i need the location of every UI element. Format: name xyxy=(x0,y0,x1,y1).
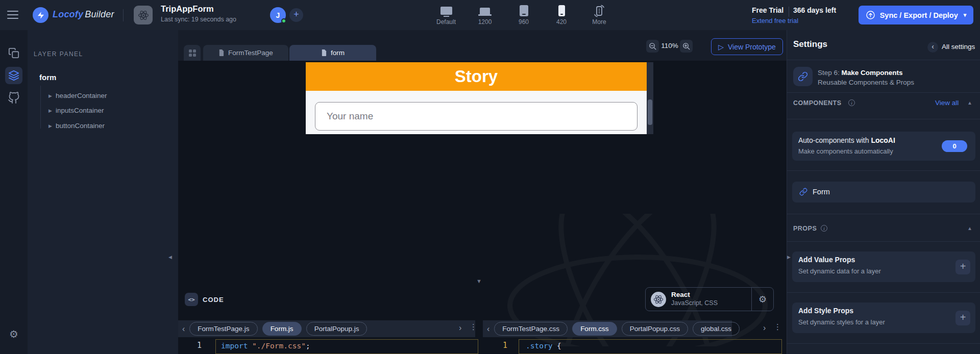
more-options-icon[interactable]: ⋮ xyxy=(774,322,781,332)
info-icon[interactable]: i xyxy=(821,225,827,232)
zoom-in-button[interactable] xyxy=(680,40,693,53)
hamburger-menu-icon[interactable] xyxy=(7,11,18,19)
js-line-number: 1 xyxy=(197,341,202,350)
view-all-link[interactable]: View all xyxy=(935,99,959,107)
tab-formtestpage[interactable]: FormTestPage xyxy=(203,45,288,61)
layer-root-form[interactable]: form xyxy=(39,73,56,82)
divider xyxy=(787,60,980,60)
invite-user-button[interactable]: + xyxy=(289,8,303,22)
zoom-out-button[interactable] xyxy=(646,40,659,53)
react-app-icon xyxy=(134,6,153,24)
collapse-code-panel-icon[interactable]: ▼ xyxy=(476,278,482,284)
tab-form[interactable]: form xyxy=(289,45,376,61)
form-header: Story xyxy=(306,62,647,91)
layer-item-header-container[interactable]: ▶headerContainer xyxy=(48,92,107,99)
framework-selector[interactable]: React JavaScript, CSS ⚙ xyxy=(645,287,774,311)
canvas-tab-band: FormTestPage form 110% ▷ View Prototype xyxy=(178,30,787,61)
component-item-form[interactable]: Form xyxy=(792,182,975,203)
expand-triangle-icon[interactable]: ▶ xyxy=(48,108,52,113)
tab-form-js[interactable]: Form.js xyxy=(262,322,302,336)
settings-title: Settings xyxy=(793,39,827,49)
chevron-left-icon[interactable]: ‹ xyxy=(182,324,185,334)
tab-portalpopup-css[interactable]: PortalPopup.css xyxy=(622,322,688,336)
phone-icon xyxy=(558,5,565,16)
all-settings-link[interactable]: All settings xyxy=(942,43,975,50)
expand-triangle-icon[interactable]: ▶ xyxy=(48,93,52,98)
info-icon[interactable]: i xyxy=(848,99,855,106)
viewport-more-button[interactable]: More xyxy=(583,4,616,26)
layer-item-inputs-container[interactable]: ▶inputsContainer xyxy=(48,107,104,114)
tablet-icon xyxy=(520,5,528,16)
add-value-props-card[interactable]: Add Value Props Set dynamic data for a l… xyxy=(792,251,975,282)
zoom-level: 110% xyxy=(660,42,679,49)
sync-export-deploy-button[interactable]: Sync / Export / Deploy ▾ xyxy=(859,6,973,24)
upload-circle-icon xyxy=(866,10,875,20)
pages-icon[interactable] xyxy=(8,47,19,59)
value-props-title: Add Value Props xyxy=(798,256,855,264)
view-prototype-button[interactable]: ▷ View Prototype xyxy=(711,38,783,55)
tab-form-css[interactable]: Form.css xyxy=(572,322,617,336)
component-name: Form xyxy=(813,182,830,203)
extend-trial-link[interactable]: Extend free trial xyxy=(752,17,798,24)
lightning-bolt-icon xyxy=(37,11,45,19)
js-code-line[interactable]: import "./Form.css"; xyxy=(221,342,310,350)
add-value-prop-button[interactable]: + xyxy=(955,260,970,274)
props-section-header: PROPS xyxy=(793,225,817,232)
days-left-label: 366 days left xyxy=(793,6,836,14)
collapse-settings-panel-icon[interactable]: ▶ xyxy=(787,255,791,260)
react-framework-icon xyxy=(651,292,666,307)
style-props-subtitle: Set dynamic styles for a layer xyxy=(798,318,885,326)
expand-triangle-icon[interactable]: ▶ xyxy=(48,123,52,129)
tab-portalpopup-js[interactable]: PortalPopup.js xyxy=(306,322,368,336)
layer-panel: LAYER PANEL form ▶headerContainer ▶input… xyxy=(28,30,178,354)
grid-view-tab[interactable] xyxy=(184,45,201,61)
tab-formtestpage-js[interactable]: FormTestPage.js xyxy=(189,322,257,336)
layer-item-button-container[interactable]: ▶buttonContainer xyxy=(48,122,105,130)
settings-panel: Settings ‹ All settings Step 6: Make Com… xyxy=(787,30,980,354)
tab-formtestpage-css[interactable]: FormTestPage.css xyxy=(494,322,568,336)
style-props-title: Add Style Props xyxy=(798,307,853,315)
file-icon xyxy=(218,49,224,56)
viewport-label: 420 xyxy=(545,18,578,26)
css-code-line[interactable]: .story { xyxy=(526,342,561,350)
gear-icon[interactable]: ⚙ xyxy=(8,328,19,340)
play-icon: ▷ xyxy=(718,43,724,51)
add-style-props-card[interactable]: Add Style Props Set dynamic styles for a… xyxy=(792,302,975,333)
github-icon[interactable] xyxy=(8,92,20,104)
locofy-builder-app: LocofyBuilder TripAppForm Last sync: 19 … xyxy=(0,0,980,354)
rotate-phone-icon xyxy=(594,5,605,17)
canvas-stage: Story ▼ <> CODE React JavaScript, CSS ⚙ … xyxy=(178,61,787,354)
viewport-label: 960 xyxy=(507,18,540,26)
caret-down-icon: ▾ xyxy=(964,12,967,18)
add-style-prop-button[interactable]: + xyxy=(955,311,970,325)
layers-icon[interactable] xyxy=(5,67,22,84)
viewport-420-button[interactable]: 420 xyxy=(545,4,578,26)
collapse-section-icon[interactable]: ▲ xyxy=(967,225,972,231)
chevron-left-icon[interactable]: ‹ xyxy=(487,324,489,334)
divider xyxy=(123,9,124,21)
css-line-number: 1 xyxy=(503,341,507,350)
viewport-1200-button[interactable]: 1200 xyxy=(469,4,501,26)
collapse-section-icon[interactable]: ▲ xyxy=(967,100,972,106)
tab-global-css[interactable]: global.css xyxy=(693,322,740,336)
collapse-layer-panel-icon[interactable]: ◀ xyxy=(168,255,172,260)
more-options-icon[interactable]: ⋮ xyxy=(470,322,477,332)
step-subtitle: Reusable Components & Props xyxy=(818,79,914,86)
code-settings-gear-icon[interactable]: ⚙ xyxy=(752,294,773,305)
chevron-right-icon[interactable]: › xyxy=(763,323,766,333)
viewport-default-button[interactable]: Default xyxy=(430,4,462,26)
back-chevron-icon[interactable]: ‹ xyxy=(927,42,938,53)
preview-scrollbar[interactable] xyxy=(647,62,653,134)
chevron-right-icon[interactable]: › xyxy=(459,323,461,333)
brand-name: LocofyBuilder xyxy=(53,9,114,20)
scrollbar-handle[interactable] xyxy=(648,99,652,125)
avatar[interactable]: J xyxy=(270,7,286,23)
viewport-960-button[interactable]: 960 xyxy=(507,4,540,26)
auto-components-card[interactable]: Auto-components with LocoAI Make compone… xyxy=(792,132,975,161)
brand-secondary: Builder xyxy=(85,9,114,19)
plan-label: Free Trial xyxy=(752,6,783,14)
top-bar: LocofyBuilder TripAppForm Last sync: 19 … xyxy=(0,0,980,30)
divider xyxy=(787,241,980,242)
form-body xyxy=(306,91,647,134)
name-input[interactable] xyxy=(315,102,638,131)
